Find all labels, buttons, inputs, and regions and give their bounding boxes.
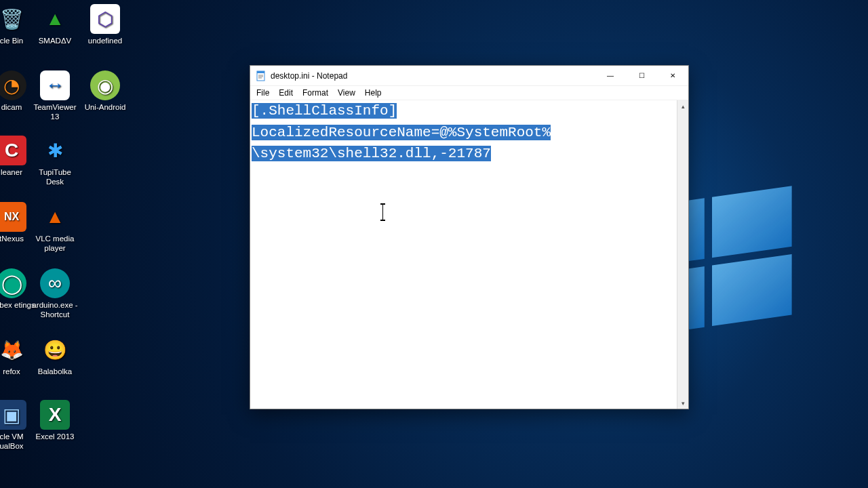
menu-edit[interactable]: Edit — [274, 87, 298, 99]
selected-text-line2a: LocalizedResourceName=@%SystemRoot% — [252, 125, 551, 140]
desktop-icon-tupitube[interactable]: ✱TupiTube Desk — [30, 136, 80, 187]
menu-view[interactable]: View — [333, 87, 360, 99]
menu-format[interactable]: Format — [298, 87, 333, 99]
desktop-icon-uni-android[interactable]: ◉Uni-Android — [80, 70, 130, 113]
text-editor[interactable]: [.ShellClassInfo] LocalizedResourceName=… — [250, 100, 677, 409]
minimize-button[interactable]: — — [595, 66, 626, 86]
desktop-icon-undefined[interactable]: ⬡undefined — [80, 4, 130, 46]
notepad-window[interactable]: desktop.ini - Notepad — ☐ ✕ File Edit Fo… — [250, 65, 689, 409]
svg-rect-3 — [712, 254, 792, 326]
desktop-icon-teamviewer[interactable]: ↔TeamViewer 13 — [30, 70, 80, 122]
window-title: desktop.ini - Notepad — [271, 71, 595, 81]
desktop-icon-arduino[interactable]: ∞arduino.exe - Shortcut — [30, 268, 80, 320]
selected-text-line2b: \system32\shell32.dll,-21787 — [252, 146, 491, 161]
scrollbar-track[interactable] — [677, 112, 688, 397]
close-button[interactable]: ✕ — [657, 66, 688, 86]
desktop-icon-vlc[interactable]: ▲VLC media player — [30, 202, 80, 253]
maximize-button[interactable]: ☐ — [626, 66, 657, 86]
scroll-down-icon[interactable]: ▾ — [677, 397, 688, 409]
svg-rect-1 — [712, 186, 792, 258]
svg-rect-5 — [257, 71, 264, 73]
desktop-icon-balabolka[interactable]: 😀Balabolka — [30, 335, 80, 377]
titlebar[interactable]: desktop.ini - Notepad — ☐ ✕ — [250, 66, 688, 86]
vertical-scrollbar[interactable]: ▴ ▾ — [677, 100, 688, 409]
notepad-icon — [256, 70, 267, 81]
menu-help[interactable]: Help — [360, 87, 387, 99]
selected-text-line1: [.ShellClassInfo] — [252, 103, 397, 119]
text-cursor-icon — [382, 205, 383, 220]
desktop-icon-smadav[interactable]: ▲SMADΔV — [30, 4, 80, 46]
desktop-icon-excel[interactable]: XExcel 2013 — [30, 400, 80, 442]
menu-file[interactable]: File — [252, 87, 274, 99]
menubar: File Edit Format View Help — [250, 86, 688, 100]
scroll-up-icon[interactable]: ▴ — [677, 100, 688, 112]
